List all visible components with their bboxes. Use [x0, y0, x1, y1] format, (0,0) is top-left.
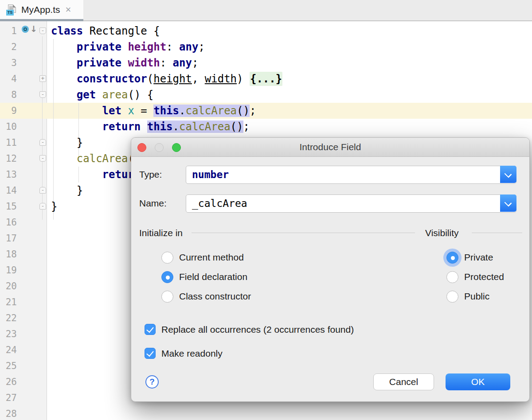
checkbox-checked-icon[interactable] — [145, 348, 156, 359]
radio-option-class-constructor[interactable]: Class constructor — [161, 287, 251, 306]
code-token: width — [128, 57, 160, 69]
code-token: . — [179, 105, 185, 117]
separator-line — [192, 233, 415, 233]
code-token: } — [51, 200, 57, 213]
code-token: () — [231, 121, 243, 133]
checkbox-label: Replace all occurrences (2 occurrences f… — [161, 324, 354, 335]
tab-title: MyApp.ts — [21, 4, 60, 15]
code-token — [51, 41, 77, 53]
checkbox-option-make-readonly[interactable]: Make readonly — [145, 348, 354, 359]
code-token: = — [134, 105, 153, 117]
checkbox-option-replace-all-occurrences[interactable]: Replace all occurrences (2 occurrences f… — [145, 324, 354, 335]
code-line: constructor(height, width) {...} — [51, 71, 282, 87]
radio-label: Field declaration — [179, 272, 247, 282]
code-token: calcArea — [185, 105, 237, 117]
code-token — [51, 57, 77, 69]
code-token: () { — [128, 89, 153, 101]
tab-close-icon[interactable]: × — [66, 5, 71, 15]
radio-option-protected[interactable]: Protected — [446, 267, 504, 287]
radio-button[interactable] — [446, 291, 458, 303]
code-token — [121, 57, 128, 69]
type-value[interactable]: number — [192, 166, 229, 183]
code-token — [51, 105, 102, 117]
code-token: height — [153, 73, 192, 85]
code-token — [141, 121, 147, 133]
initialize-in-radio-group: Current methodField declarationClass con… — [161, 248, 251, 306]
radio-button[interactable] — [446, 252, 458, 264]
code-line: private height: any; — [51, 39, 205, 55]
typescript-file-icon: TS — [6, 4, 17, 16]
code-token — [51, 121, 102, 133]
code-line: class Rectangle { — [51, 23, 160, 39]
radio-button[interactable] — [161, 291, 173, 303]
file-line-decoration — [9, 7, 13, 8]
checkbox-checked-icon[interactable] — [145, 324, 156, 335]
code-token: Rectangle { — [83, 25, 160, 37]
type-dropdown-chevron-icon[interactable] — [500, 166, 516, 183]
visibility-title: Visibility — [425, 228, 458, 238]
editor-tab-bar: TS MyApp.ts × — [0, 0, 532, 21]
radio-button[interactable] — [446, 271, 458, 283]
code-line: get area() { — [51, 87, 153, 103]
tab-myapp-ts[interactable]: TS MyApp.ts × — [0, 0, 83, 19]
name-label: Name: — [139, 198, 167, 209]
code-token — [51, 73, 77, 85]
name-value[interactable]: _calcArea — [192, 195, 247, 212]
ts-badge: TS — [6, 10, 14, 16]
code-token: : — [160, 57, 173, 69]
cancel-button[interactable]: Cancel — [373, 373, 434, 390]
code-token: private — [77, 57, 121, 69]
ok-button[interactable]: OK — [446, 373, 510, 390]
code-token: , — [192, 73, 205, 85]
radio-label: Current method — [179, 252, 244, 263]
code-token: class — [51, 25, 83, 37]
code-token: : — [166, 41, 179, 53]
radio-button[interactable] — [161, 271, 173, 283]
code-token: width — [205, 73, 237, 85]
code-line: } — [51, 135, 83, 151]
radio-button[interactable] — [161, 252, 173, 264]
code-token: return — [102, 121, 141, 133]
checkbox-rows: Replace all occurrences (2 occurrences f… — [145, 324, 354, 359]
code-token: let — [102, 105, 121, 117]
separator-line — [472, 233, 522, 233]
code-token: x — [128, 105, 134, 117]
code-token: any — [173, 57, 192, 69]
code-line: } — [51, 183, 83, 198]
code-token — [121, 105, 128, 117]
code-token: private — [77, 41, 121, 53]
code-token: {...} — [250, 72, 282, 86]
type-label: Type: — [139, 169, 162, 180]
name-dropdown-chevron-icon[interactable] — [500, 194, 516, 212]
code-token: this — [147, 121, 173, 133]
code-token: calcArea — [179, 121, 231, 133]
radio-option-current-method[interactable]: Current method — [161, 248, 251, 267]
code-token: area — [102, 89, 128, 101]
radio-option-field-declaration[interactable]: Field declaration — [161, 267, 251, 287]
radio-label: Class constructor — [179, 291, 251, 302]
code-token: height — [128, 41, 166, 53]
initialize-in-title: Initialize in — [139, 228, 183, 238]
dialog-title-bar[interactable]: Introduce Field — [131, 138, 529, 157]
radio-option-private[interactable]: Private — [446, 248, 504, 267]
code-token: calcArea — [77, 152, 128, 165]
code-token: constructor — [77, 73, 147, 85]
code-line: return this.calcArea(); — [51, 119, 250, 135]
radio-option-public[interactable]: Public — [446, 287, 504, 306]
file-line-decoration — [9, 8, 13, 9]
code-token — [51, 168, 102, 181]
code-token: . — [173, 121, 179, 133]
radio-label: Public — [464, 291, 489, 302]
visibility-radio-group: PrivateProtectedPublic — [446, 248, 504, 306]
code-line: calcArea( — [51, 151, 134, 167]
code-token — [121, 41, 128, 53]
code-token: } — [51, 136, 83, 149]
help-button[interactable]: ? — [145, 375, 159, 389]
code-token: ; — [198, 41, 204, 53]
code-token: any — [179, 41, 198, 53]
type-combobox[interactable]: number — [186, 166, 516, 184]
dialog-title: Introduce Field — [131, 142, 529, 152]
name-combobox[interactable]: _calcArea — [186, 194, 516, 213]
code-token: () — [237, 105, 250, 117]
code-token: ) — [237, 73, 250, 85]
